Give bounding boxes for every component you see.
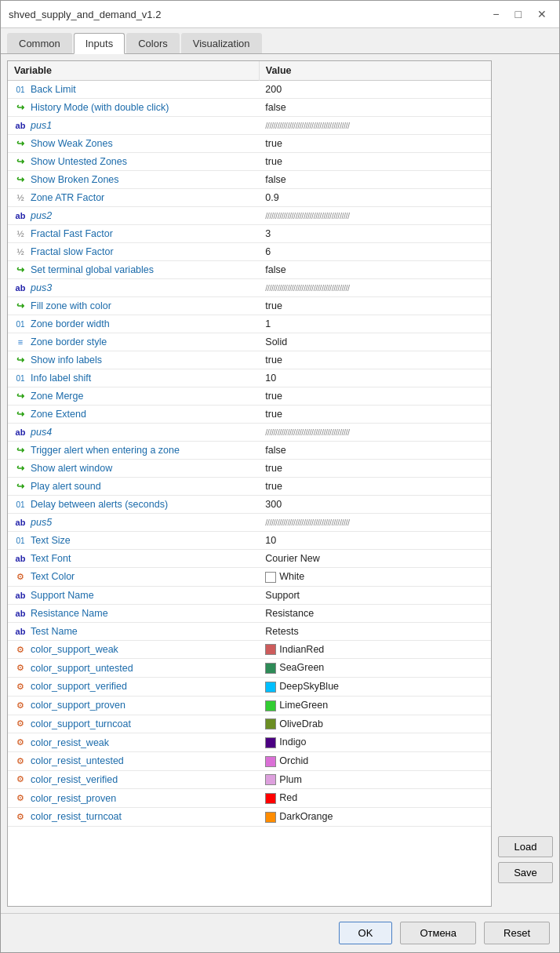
variable-name: color_support_proven xyxy=(31,700,125,711)
table-row[interactable]: ⚙color_support_untestedSeaGreen xyxy=(8,659,491,678)
table-row[interactable]: ⚙color_resist_untestedOrchid xyxy=(8,751,491,770)
table-row[interactable]: ↪Zone Extendtrue xyxy=(8,406,491,424)
variable-name: pus3 xyxy=(31,282,52,293)
table-row[interactable]: ↪Trigger alert when entering a zonefalse xyxy=(8,442,491,460)
variable-name: Back Limit xyxy=(31,84,76,95)
variable-value: DeepSkyBlue xyxy=(259,678,491,697)
color-picker-icon: ⚙ xyxy=(14,756,27,766)
variable-value: ////////////////////////////////////////… xyxy=(259,207,491,225)
color-picker-icon: ⚙ xyxy=(14,682,27,692)
variable-value: 0.9 xyxy=(259,189,491,207)
variable-value: White xyxy=(259,568,491,587)
color-picker-icon: ⚙ xyxy=(14,700,27,711)
tab-colors[interactable]: Colors xyxy=(126,33,180,53)
table-row[interactable]: ↪Show info labelstrue xyxy=(8,351,491,369)
variable-name: Fractal Fast Factor xyxy=(31,228,113,239)
table-row[interactable]: 01Back Limit200 xyxy=(8,81,491,99)
tab-bar: Common Inputs Colors Visualization xyxy=(1,28,559,54)
table-row[interactable]: ⚙color_resist_verifiedPlum xyxy=(8,770,491,789)
table-row[interactable]: abTest NameRetests xyxy=(8,622,491,640)
table-row[interactable]: ↪History Mode (with double click)false xyxy=(8,99,491,117)
table-row[interactable]: ↪Show Broken Zonesfalse xyxy=(8,171,491,189)
table-row[interactable]: abpus5//////////////////////////////////… xyxy=(8,514,491,532)
variable-value: true xyxy=(259,406,491,424)
variable-value: ////////////////////////////////////////… xyxy=(259,424,491,442)
half-icon: ½ xyxy=(14,193,27,202)
restore-button[interactable]: □ xyxy=(511,7,526,21)
table-row[interactable]: ≡Zone border styleSolid xyxy=(8,333,491,351)
table-row[interactable]: 01Zone border width1 xyxy=(8,315,491,333)
variable-value: Solid xyxy=(259,333,491,351)
table-row[interactable]: ↪Play alert soundtrue xyxy=(8,478,491,496)
title-bar-controls: − □ ✕ xyxy=(488,7,551,21)
table-row[interactable]: ⚙Text ColorWhite xyxy=(8,568,491,587)
ok-button[interactable]: OK xyxy=(339,922,393,944)
variable-name: Resistance Name xyxy=(31,608,108,619)
cancel-button[interactable]: Отмена xyxy=(400,922,476,944)
table-row[interactable]: ⚙color_resist_weakIndigo xyxy=(8,733,491,752)
variable-value: LimeGreen xyxy=(259,696,491,715)
reset-button[interactable]: Reset xyxy=(484,922,550,944)
ab-icon: ab xyxy=(14,211,27,220)
variable-value: true xyxy=(259,460,491,478)
table-row[interactable]: abText FontCourier New xyxy=(8,550,491,568)
variable-value: Red xyxy=(259,789,491,808)
variable-name: color_resist_proven xyxy=(31,793,116,804)
variable-name: color_support_untested xyxy=(31,663,133,674)
color-picker-icon: ⚙ xyxy=(14,812,27,822)
table-row[interactable]: abSupport NameSupport xyxy=(8,586,491,604)
tab-visualization[interactable]: Visualization xyxy=(181,33,262,53)
table-row[interactable]: 01Info label shift10 xyxy=(8,369,491,387)
table-row[interactable]: ↪Zone Mergetrue xyxy=(8,387,491,406)
table-row[interactable]: 01Delay between alerts (seconds)300 xyxy=(8,496,491,514)
table-row[interactable]: ↪Show Untested Zonestrue xyxy=(8,153,491,171)
table-row[interactable]: abResistance NameResistance xyxy=(8,604,491,622)
table-row[interactable]: ⚙color_resist_provenRed xyxy=(8,789,491,808)
variable-name: Show Weak Zones xyxy=(31,138,113,149)
color-picker-icon: ⚙ xyxy=(14,645,27,655)
ab-icon: ab xyxy=(14,427,27,437)
tab-common[interactable]: Common xyxy=(7,33,72,53)
table-row[interactable]: ⚙color_support_weakIndianRed xyxy=(8,640,491,659)
table-row[interactable]: 01Text Size10 xyxy=(8,532,491,550)
table-row[interactable]: ↪Show alert windowtrue xyxy=(8,460,491,478)
table-row[interactable]: abpus4//////////////////////////////////… xyxy=(8,424,491,442)
ab-icon: ab xyxy=(14,609,27,618)
table-row[interactable]: ⚙color_resist_turncoatDarkOrange xyxy=(8,808,491,827)
table-row[interactable]: ⚙color_support_verifiedDeepSkyBlue xyxy=(8,678,491,697)
table-row[interactable]: abpus2//////////////////////////////////… xyxy=(8,207,491,225)
window-title: shved_supply_and_demand_v1.2 xyxy=(9,9,161,20)
variable-name: Text Font xyxy=(31,553,71,564)
table-row[interactable]: ⚙color_support_turncoatOliveDrab xyxy=(8,715,491,733)
table-row[interactable]: ½Fractal slow Factor6 xyxy=(8,243,491,261)
close-button[interactable]: ✕ xyxy=(533,7,551,21)
table-row[interactable]: abpus3//////////////////////////////////… xyxy=(8,279,491,297)
table-row[interactable]: abpus1//////////////////////////////////… xyxy=(8,117,491,135)
table-row[interactable]: ↪Fill zone with colortrue xyxy=(8,297,491,315)
variable-name: pus1 xyxy=(31,120,52,131)
color-picker-icon: ⚙ xyxy=(14,663,27,673)
load-button[interactable]: Load xyxy=(498,836,553,857)
arrow-icon: ↪ xyxy=(14,138,27,149)
variable-name: Delay between alerts (seconds) xyxy=(31,499,168,510)
table-row[interactable]: ↪Show Weak Zonestrue xyxy=(8,135,491,153)
variable-value: true xyxy=(259,478,491,496)
arrow-icon: ↪ xyxy=(14,300,27,311)
tab-inputs[interactable]: Inputs xyxy=(74,33,125,54)
variable-value: 1 xyxy=(259,315,491,333)
variable-value: Support xyxy=(259,586,491,604)
color-picker-icon: ⚙ xyxy=(14,774,27,784)
variable-value: 300 xyxy=(259,496,491,514)
arrow-icon: ↪ xyxy=(14,102,27,113)
table-row[interactable]: ½Zone ATR Factor0.9 xyxy=(8,189,491,207)
table-scroll[interactable]: Variable Value 01Back Limit200↪History M… xyxy=(8,61,491,861)
table-row[interactable]: ⚙color_support_provenLimeGreen xyxy=(8,696,491,715)
variable-value: true xyxy=(259,351,491,369)
save-button[interactable]: Save xyxy=(498,862,553,883)
table-row[interactable]: ½Fractal Fast Factor3 xyxy=(8,225,491,243)
table-row[interactable]: ↪Set terminal global variablesfalse xyxy=(8,261,491,279)
title-bar: shved_supply_and_demand_v1.2 − □ ✕ xyxy=(1,1,559,28)
list-icon: ≡ xyxy=(14,337,27,347)
minimize-button[interactable]: − xyxy=(488,7,504,21)
arrow-icon: ↪ xyxy=(14,264,27,275)
